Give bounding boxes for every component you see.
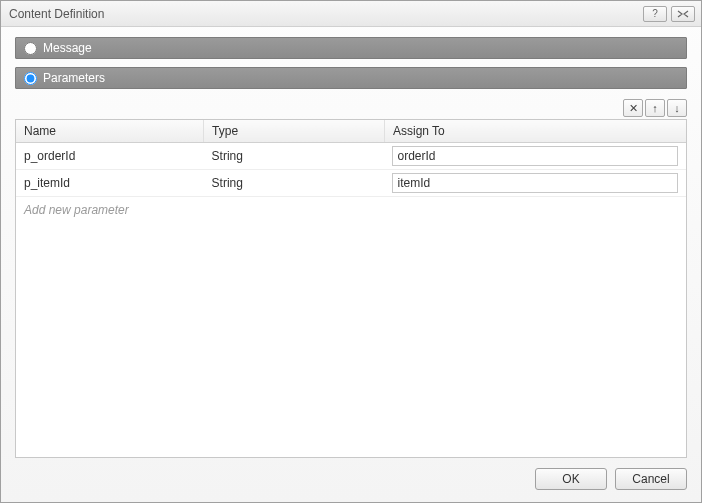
cancel-button[interactable]: Cancel [615,468,687,490]
column-header-assign[interactable]: Assign To [384,120,686,143]
table-toolbar: ✕ ↑ ↓ [15,99,687,117]
parameters-grid: Name Type Assign To p_orderId String [16,120,686,223]
dialog-buttons: OK Cancel [1,458,701,502]
delete-row-button[interactable]: ✕ [623,99,643,117]
cell-assign[interactable] [384,143,686,170]
cell-name[interactable]: p_orderId [16,143,204,170]
window-title: Content Definition [9,7,639,21]
arrow-up-icon: ↑ [652,102,658,114]
option-message[interactable]: Message [15,37,687,59]
assign-to-input[interactable] [392,146,678,166]
radio-parameters[interactable] [24,72,37,85]
dialog-window: Content Definition ? Message Parameters … [0,0,702,503]
cell-type[interactable]: String [204,143,385,170]
option-message-label: Message [43,41,92,55]
move-up-button[interactable]: ↑ [645,99,665,117]
delete-icon: ✕ [629,102,638,115]
column-header-name[interactable]: Name [16,120,204,143]
ok-button[interactable]: OK [535,468,607,490]
add-parameter-row[interactable]: Add new parameter [16,197,686,223]
help-button[interactable]: ? [643,6,667,22]
add-parameter-placeholder[interactable]: Add new parameter [16,197,686,223]
table-row[interactable]: p_itemId String [16,170,686,197]
table-row[interactable]: p_orderId String [16,143,686,170]
close-button[interactable] [671,6,695,22]
cell-name[interactable]: p_itemId [16,170,204,197]
option-parameters-label: Parameters [43,71,105,85]
move-down-button[interactable]: ↓ [667,99,687,117]
titlebar: Content Definition ? [1,1,701,27]
close-icon [677,10,689,18]
cell-assign[interactable] [384,170,686,197]
arrow-down-icon: ↓ [674,102,680,114]
column-header-type[interactable]: Type [204,120,385,143]
dialog-content: Message Parameters ✕ ↑ ↓ Name Type Assig… [1,27,701,458]
parameters-table: Name Type Assign To p_orderId String [15,119,687,458]
radio-message[interactable] [24,42,37,55]
assign-to-input[interactable] [392,173,678,193]
table-header-row: Name Type Assign To [16,120,686,143]
cell-type[interactable]: String [204,170,385,197]
option-parameters[interactable]: Parameters [15,67,687,89]
